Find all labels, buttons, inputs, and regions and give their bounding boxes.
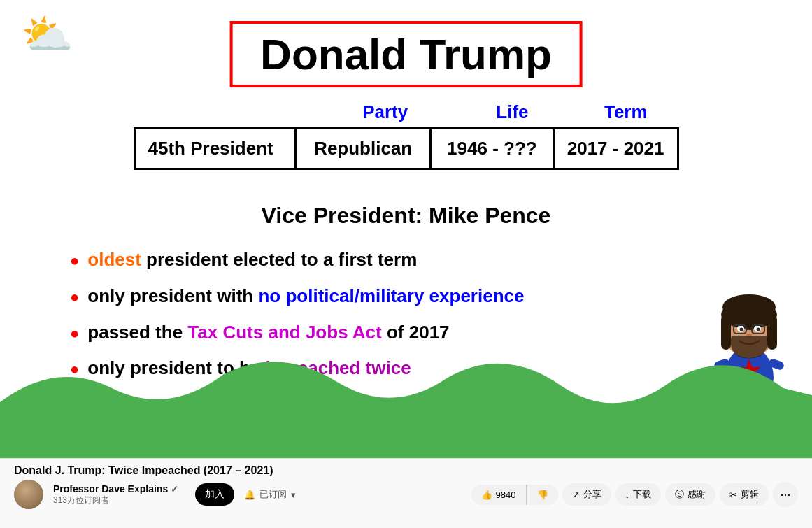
title-box: Donald Trump [229,21,583,87]
clip-button[interactable]: ✂ 剪辑 [720,483,769,506]
clip-icon: ✂ [729,490,737,500]
more-button[interactable]: ··· [773,482,798,507]
bell-icon: 🔔 [244,490,255,500]
download-icon: ↓ [625,490,630,500]
join-button[interactable]: 加入 [195,483,234,506]
channel-name-text: Professor Dave Explains [53,483,168,494]
like-button[interactable]: 👍 9840 [471,485,527,505]
share-button[interactable]: ↗ 分享 [562,483,611,506]
hills-svg [0,346,812,458]
svg-rect-12 [767,315,777,350]
more-icon: ··· [780,487,790,502]
svg-point-17 [757,328,760,331]
party-col-header: Party [319,101,452,123]
term-col-header: Term [573,101,678,123]
verified-icon: ✓ [171,484,178,494]
dislike-button[interactable]: 👎 [527,485,558,505]
avatar [14,480,43,509]
vp-text: Vice President: Mike Pence [262,203,551,229]
bullet-item-1: ● oldest president elected to a first te… [70,248,524,272]
info-table: 45th President Republican 1946 - ??? 201… [134,127,679,170]
president-cell: 45th President [136,129,297,168]
svg-rect-11 [721,315,731,350]
share-icon: ↗ [572,490,580,500]
bullet-text-3: passed the Tax Cuts and Jobs Act of 2017 [87,321,449,345]
channel-name: Professor Dave Explains ✓ [53,483,178,494]
avatar-image [14,480,43,509]
party-cell: Republican [297,129,432,168]
bullet-dot-1: ● [70,252,79,270]
clip-label: 剪辑 [741,488,759,501]
column-headers: Party Life Term [134,101,679,123]
vp-section: Vice President: Mike Pence [262,203,551,229]
like-count: 9840 [496,490,516,500]
svg-point-13 [722,294,776,320]
bullet-text-1: oldest president elected to a first term [87,248,417,272]
chevron-down-icon: ▾ [291,490,296,500]
thanks-icon: Ⓢ [675,488,684,501]
svg-point-16 [740,328,743,331]
bullet-2-highlight: no political/military experience [258,285,524,306]
bullet-item-2: ● only president with no political/milit… [70,285,524,308]
info-section: Party Life Term 45th President Republica… [134,101,679,170]
weather-icon: ⛅ [21,14,73,56]
thanks-button[interactable]: Ⓢ 感谢 [665,483,715,506]
bullet-text-2: only president with no political/militar… [87,285,524,308]
bullet-3-highlight: Tax Cuts and Jobs Act [187,322,381,343]
like-dislike-group: 👍 9840 👎 [471,485,558,505]
subscribe-button[interactable]: 🔔 已订阅 ▾ [244,488,296,501]
channel-row: Professor Dave Explains ✓ 313万位订阅者 加入 🔔 … [0,480,812,509]
bullet-1-highlight: oldest [87,249,141,270]
life-cell: 1946 - ??? [432,129,555,168]
subscriber-count: 313万位订阅者 [53,494,178,506]
thanks-label: 感谢 [688,488,706,501]
bullet-dot-3: ● [70,324,79,343]
video-area: ⛅ Donald Trump Party Life Term 45th Pres… [0,0,812,458]
life-col-header: Life [452,101,573,123]
share-label: 分享 [583,488,601,501]
like-icon: 👍 [481,490,492,500]
subscribed-label: 已订阅 [259,488,287,501]
video-title: Donald J. Trump: Twice Impeached (2017 –… [0,459,812,480]
actions-right: 👍 9840 👎 ↗ 分享 ↓ 下载 Ⓢ 感谢 [471,482,798,507]
dislike-icon: 👎 [537,490,548,500]
green-hills [0,346,812,458]
download-button[interactable]: ↓ 下载 [615,483,662,506]
channel-info: Professor Dave Explains ✓ 313万位订阅者 [53,483,178,506]
term-cell: 2017 - 2021 [555,129,677,168]
bullet-dot-2: ● [70,288,79,306]
bottom-bar: Donald J. Trump: Twice Impeached (2017 –… [0,458,812,528]
bullet-item-3: ● passed the Tax Cuts and Jobs Act of 20… [70,321,524,345]
download-label: 下载 [633,488,651,501]
page-title: Donald Trump [260,29,552,79]
